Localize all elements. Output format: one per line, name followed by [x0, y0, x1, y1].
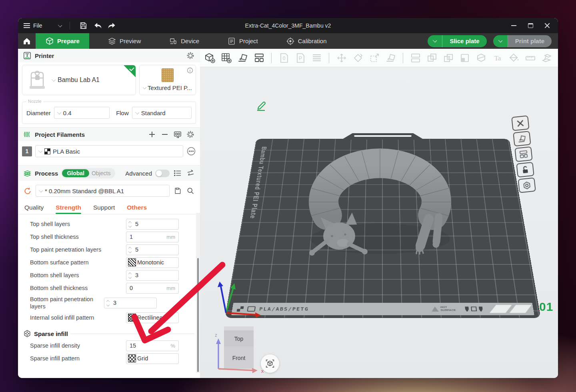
- export-sliced-file-button[interactable]: 0: [278, 52, 290, 64]
- scale-button[interactable]: [368, 52, 380, 64]
- scope-objects[interactable]: Objects: [89, 169, 114, 177]
- viewport-3d[interactable]: 0 P: [200, 49, 558, 378]
- variable-layer-height-button[interactable]: [311, 52, 322, 64]
- save-button[interactable]: [78, 20, 88, 31]
- bottom-shell-thickness-input[interactable]: 0 mm: [126, 283, 179, 294]
- flow-select[interactable]: Standard: [132, 107, 192, 119]
- parameter-list-button[interactable]: [173, 168, 182, 178]
- add-plate-button[interactable]: [220, 52, 232, 64]
- sidebar-scrollbar-thumb[interactable]: [197, 258, 199, 372]
- fill-color-button[interactable]: [459, 52, 470, 64]
- tab-calibration[interactable]: Calibration: [276, 33, 336, 49]
- redo-button[interactable]: [107, 20, 117, 31]
- plate-type-card[interactable]: Textured PEI P...: [139, 65, 196, 95]
- file-menu[interactable]: File: [24, 22, 42, 29]
- split-to-parts-button[interactable]: [426, 52, 438, 64]
- auto-orient-plate-button[interactable]: [513, 131, 531, 146]
- tab-device[interactable]: Device: [159, 33, 209, 49]
- plate-number: 01: [539, 300, 553, 314]
- setting-value: 0: [130, 285, 133, 291]
- arrange-button[interactable]: [253, 52, 265, 64]
- filament-more-button[interactable]: [186, 146, 196, 156]
- process-scope-toggle[interactable]: Global Objects: [61, 168, 115, 178]
- top-paint-penetration-input[interactable]: 5: [126, 244, 179, 255]
- remove-filament-button[interactable]: [160, 130, 170, 139]
- internal-solid-infill-pattern-select[interactable]: Rectilinear: [126, 312, 179, 323]
- fit-view-button[interactable]: [261, 354, 279, 373]
- top-shell-thickness-input[interactable]: 1 mm: [126, 232, 179, 242]
- filament-settings-button[interactable]: [186, 130, 195, 139]
- rename-plate-button[interactable]: [255, 100, 268, 113]
- top-shell-layers-input[interactable]: 5: [126, 219, 179, 230]
- diameter-select[interactable]: 0.4: [54, 107, 110, 119]
- tab-others[interactable]: Others: [127, 201, 147, 214]
- bottom-surface-pattern-select[interactable]: Monotonic: [126, 257, 179, 268]
- seam-painting-button[interactable]: [557, 52, 558, 64]
- scope-global[interactable]: Global: [62, 169, 89, 177]
- printer-model-card[interactable]: Bambu Lab A1: [22, 65, 136, 95]
- tab-prepare[interactable]: Prepare: [36, 33, 89, 49]
- compare-presets-button[interactable]: [186, 168, 195, 178]
- spinner-arrows-icon[interactable]: [126, 221, 134, 227]
- spinner-arrows-icon[interactable]: [126, 246, 134, 253]
- move-button[interactable]: [336, 52, 347, 64]
- bottom-paint-penetration-input[interactable]: 3: [104, 298, 157, 308]
- support-painting-button[interactable]: [541, 52, 552, 64]
- undo-button[interactable]: [92, 20, 103, 31]
- filament-select[interactable]: PLA Basic: [35, 145, 183, 157]
- plate-origin-axes: [208, 281, 276, 325]
- printer-settings-button[interactable]: [186, 51, 195, 60]
- setting-unit: mm: [166, 234, 175, 240]
- ams-sync-button[interactable]: [173, 130, 182, 139]
- advanced-toggle[interactable]: [155, 170, 170, 177]
- tab-quality[interactable]: Quality: [24, 201, 44, 214]
- export-plate-sliced-file-button[interactable]: P: [294, 52, 306, 64]
- cut-button[interactable]: [475, 52, 487, 64]
- plate-settings-button[interactable]: [518, 177, 536, 193]
- setting-row: Top paint penetration layers 5: [18, 243, 200, 256]
- sparse-infill-pattern-select[interactable]: Grid: [126, 353, 179, 364]
- tab-support[interactable]: Support: [93, 201, 115, 214]
- tab-project[interactable]: Project: [218, 33, 268, 49]
- measure-button[interactable]: [524, 52, 536, 64]
- export-sliced-file-icon: 0: [278, 52, 290, 64]
- slice-plate-button[interactable]: Slice plate: [428, 35, 486, 47]
- reset-preset-button[interactable]: [23, 186, 32, 196]
- plate-info-icon[interactable]: [187, 67, 193, 75]
- process-preset-select[interactable]: * 0.20mm Standard @BBL A1: [36, 185, 170, 197]
- split-to-objects-button[interactable]: [410, 52, 421, 64]
- slice-dropdown-chevron-icon[interactable]: [428, 35, 442, 47]
- bottom-shell-layers-input[interactable]: 3: [126, 270, 179, 281]
- device-icon: [169, 37, 178, 46]
- mesh-boolean-button[interactable]: [442, 52, 454, 64]
- tab-strength[interactable]: Strength: [56, 201, 81, 214]
- minimize-button[interactable]: [507, 20, 520, 31]
- chevron-down-icon: [57, 110, 61, 114]
- maximize-button[interactable]: [524, 20, 537, 31]
- add-object-button[interactable]: [204, 52, 216, 64]
- print-plate-button[interactable]: Print plate: [493, 35, 552, 47]
- file-chevron-down-icon[interactable]: [58, 23, 62, 27]
- spinner-arrows-icon[interactable]: [126, 272, 134, 278]
- setting-row: Bottom shell layers 3: [18, 269, 200, 282]
- search-settings-button[interactable]: [186, 186, 195, 196]
- tab-preview[interactable]: Preview: [98, 33, 150, 49]
- print-dropdown-chevron-icon[interactable]: [493, 35, 508, 47]
- lock-plate-button[interactable]: [516, 162, 534, 178]
- lay-on-face-button[interactable]: [385, 52, 396, 64]
- sparse-infill-density-input[interactable]: 15 %: [126, 340, 179, 351]
- rotate-button[interactable]: [352, 52, 364, 64]
- auto-orient-icon: [517, 134, 527, 144]
- color-painting-button[interactable]: [508, 52, 520, 64]
- save-preset-button[interactable]: [173, 186, 182, 196]
- add-filament-button[interactable]: [147, 130, 157, 139]
- home-button[interactable]: [18, 33, 36, 49]
- auto-orient-button[interactable]: [237, 52, 248, 64]
- close-button[interactable]: [540, 20, 554, 31]
- spinner-arrows-icon[interactable]: [104, 300, 112, 306]
- model-articulated-cat[interactable]: [304, 145, 464, 269]
- viewport-toolbar: 0 P: [200, 49, 558, 67]
- delete-plate-button[interactable]: [511, 115, 529, 131]
- add-text-button[interactable]: Ta: [492, 52, 503, 64]
- arrange-plate-button[interactable]: [514, 146, 532, 162]
